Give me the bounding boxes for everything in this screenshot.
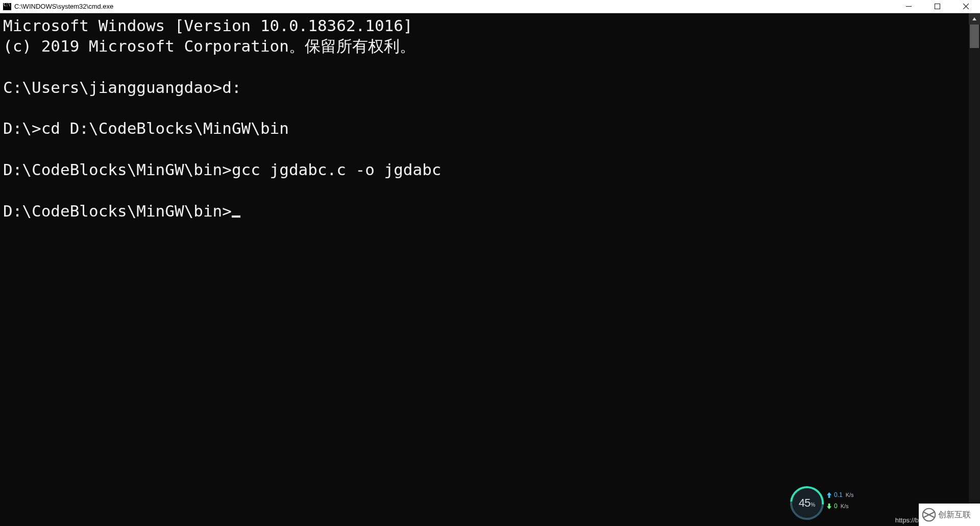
usage-percent: 45 [799, 496, 810, 510]
terminal-line [3, 180, 967, 200]
minimize-button[interactable] [894, 0, 923, 13]
svg-marker-7 [827, 504, 831, 509]
maximize-button[interactable] [923, 0, 951, 13]
brand-text: 创新互联 [938, 510, 971, 520]
close-button[interactable] [951, 0, 980, 13]
terminal-active-prompt: D:\CodeBlocks\MinGW\bin> [3, 202, 232, 220]
titlebar[interactable]: C:\WINDOWS\system32\cmd.exe [0, 0, 980, 13]
terminal-line: Microsoft Windows [Version 10.0.18362.10… [3, 15, 967, 36]
vertical-scrollbar[interactable] [969, 13, 980, 526]
percent-sign: % [811, 502, 815, 508]
upload-unit: K/s [846, 492, 854, 498]
svg-rect-0 [906, 6, 912, 7]
terminal-window: Microsoft Windows [Version 10.0.18362.10… [0, 13, 980, 526]
terminal-line [3, 98, 967, 118]
network-speed-overlay[interactable]: 45 % 0.1 K/s 0 K/s [790, 482, 867, 523]
upload-value: 0.1 [834, 491, 843, 498]
terminal-line: D:\CodeBlocks\MinGW\bin>gcc jgdabc.c -o … [3, 159, 967, 180]
window-title: C:\WINDOWS\system32\cmd.exe [14, 3, 113, 10]
upload-speed: 0.1 K/s [827, 491, 854, 498]
usage-ring: 45 % [790, 486, 824, 520]
terminal-line: (c) 2019 Microsoft Corporation。保留所有权利。 [3, 36, 967, 56]
brand-logo-icon [922, 508, 936, 522]
terminal-line: C:\Users\jiangguangdao>d: [3, 77, 967, 98]
net-stats: 0.1 K/s 0 K/s [827, 491, 854, 510]
terminal-line [3, 139, 967, 159]
terminal-output[interactable]: Microsoft Windows [Version 10.0.18362.10… [0, 13, 969, 526]
terminal-line [3, 57, 967, 77]
close-icon [963, 4, 969, 9]
arrow-up-icon [827, 492, 831, 498]
svg-marker-6 [827, 492, 831, 498]
minimize-icon [906, 4, 912, 9]
terminal-active-line[interactable]: D:\CodeBlocks\MinGW\bin> [3, 201, 967, 221]
svg-rect-1 [935, 4, 940, 9]
svg-marker-4 [972, 17, 976, 20]
scroll-track[interactable] [969, 25, 980, 515]
chevron-up-icon [972, 16, 977, 21]
download-unit: K/s [841, 503, 849, 509]
scroll-thumb[interactable] [970, 25, 979, 48]
download-value: 0 [834, 503, 838, 510]
maximize-icon [935, 4, 940, 9]
terminal-line: D:\>cd D:\CodeBlocks\MinGW\bin [3, 118, 967, 138]
download-speed: 0 K/s [827, 503, 854, 510]
terminal-cursor [232, 216, 240, 218]
scroll-up-button[interactable] [969, 13, 980, 25]
cmd-icon [3, 3, 11, 10]
brand-badge[interactable]: 创新互联 [919, 504, 980, 526]
arrow-down-icon [827, 504, 831, 509]
